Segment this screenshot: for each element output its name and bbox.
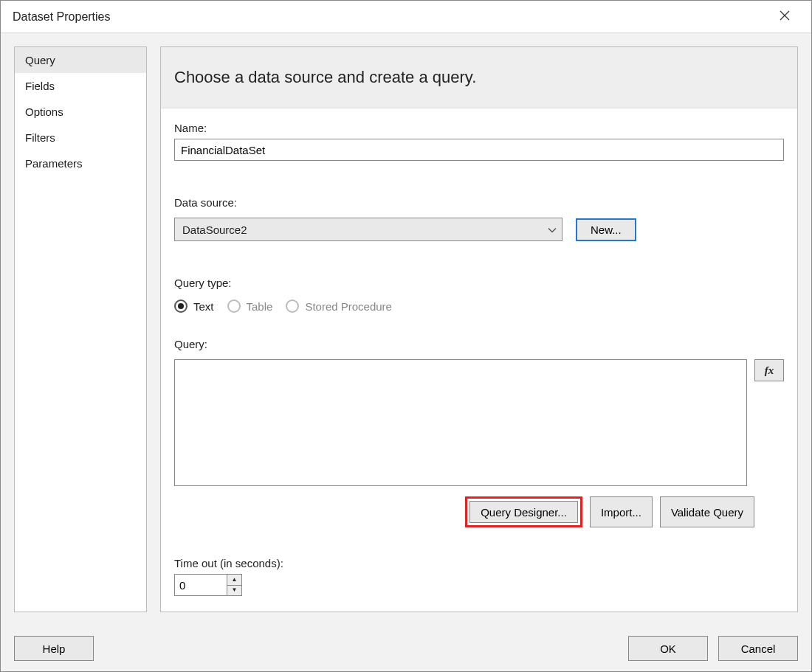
button-label: Query Designer... (481, 506, 567, 519)
radio-icon (286, 299, 299, 313)
radio-label: Table (247, 300, 273, 313)
datasource-label: Data source: (174, 196, 784, 209)
footer-right: OK Cancel (628, 636, 798, 661)
spinner-buttons: ▲ ▼ (227, 575, 241, 595)
sidebar-item-query[interactable]: Query (15, 47, 146, 73)
main-panel: Choose a data source and create a query.… (160, 46, 798, 612)
sidebar-item-fields[interactable]: Fields (15, 73, 146, 99)
window-title: Dataset Properties (13, 10, 111, 24)
sidebar-item-options[interactable]: Options (15, 99, 146, 125)
datasource-row: DataSource2 New... (174, 218, 784, 241)
spinner-down-icon: ▼ (232, 587, 238, 593)
spinner-down-button[interactable]: ▼ (227, 586, 241, 596)
spinner-up-button[interactable]: ▲ (227, 575, 241, 586)
new-button-label: New... (591, 224, 622, 236)
radio-label: Text (193, 300, 214, 313)
button-label: Cancel (741, 642, 776, 655)
datasource-select[interactable]: DataSource2 (174, 218, 562, 241)
fx-icon: fx (765, 364, 774, 377)
query-textarea[interactable] (174, 359, 747, 486)
sidebar-item-filters[interactable]: Filters (15, 125, 146, 150)
sidebar-item-label: Parameters (25, 157, 83, 170)
button-label: Validate Query (671, 506, 743, 519)
titlebar: Dataset Properties (1, 1, 811, 33)
expression-button[interactable]: fx (754, 359, 784, 381)
main-heading: Choose a data source and create a query. (161, 47, 797, 108)
querytype-text[interactable]: Text (174, 299, 214, 313)
radio-icon (174, 299, 187, 313)
name-input[interactable] (174, 139, 784, 161)
timeout-label: Time out (in seconds): (174, 557, 784, 569)
new-datasource-button[interactable]: New... (576, 218, 636, 241)
body-area: Query Fields Options Filters Parameters … (1, 33, 811, 626)
query-label: Query: (174, 338, 784, 350)
button-label: Help (43, 642, 66, 655)
validate-query-button[interactable]: Validate Query (660, 496, 754, 527)
sidebar-item-label: Options (25, 105, 63, 118)
cancel-button[interactable]: Cancel (718, 636, 798, 661)
sidebar-item-label: Query (25, 54, 55, 66)
name-label: Name: (174, 122, 784, 134)
footer: Help OK Cancel (1, 626, 811, 671)
radio-label: Stored Procedure (305, 300, 392, 313)
radio-icon (227, 299, 241, 313)
spinner-up-icon: ▲ (232, 577, 238, 583)
timeout-section: Time out (in seconds): ▲ ▼ (174, 554, 784, 596)
import-button[interactable]: Import... (590, 496, 653, 527)
ok-button[interactable]: OK (628, 636, 708, 661)
button-label: OK (660, 642, 676, 655)
close-button[interactable] (770, 6, 799, 28)
querytype-table: Table (227, 299, 273, 313)
sidebar-item-parameters[interactable]: Parameters (15, 150, 146, 176)
query-buttons-row: Query Designer... Import... Validate Que… (174, 496, 754, 527)
datasource-value: DataSource2 (182, 224, 247, 236)
querytype-label: Query type: (174, 277, 784, 289)
query-row: fx (174, 359, 784, 486)
timeout-spinner[interactable]: ▲ ▼ (174, 574, 242, 596)
help-button[interactable]: Help (14, 636, 94, 661)
close-icon (780, 10, 790, 23)
sidebar: Query Fields Options Filters Parameters (14, 46, 147, 612)
sidebar-item-label: Filters (25, 131, 55, 144)
querytype-storedproc: Stored Procedure (286, 299, 392, 313)
sidebar-item-label: Fields (25, 80, 55, 92)
querytype-row: Text Table Stored Procedure (174, 299, 784, 313)
main-content: Name: Data source: DataSource2 New... (161, 108, 797, 612)
button-label: Import... (601, 506, 641, 519)
highlight-box: Query Designer... (465, 496, 582, 527)
timeout-input[interactable] (175, 575, 227, 595)
query-designer-button[interactable]: Query Designer... (469, 501, 578, 523)
dialog-window: Dataset Properties Query Fields Options … (0, 0, 812, 672)
